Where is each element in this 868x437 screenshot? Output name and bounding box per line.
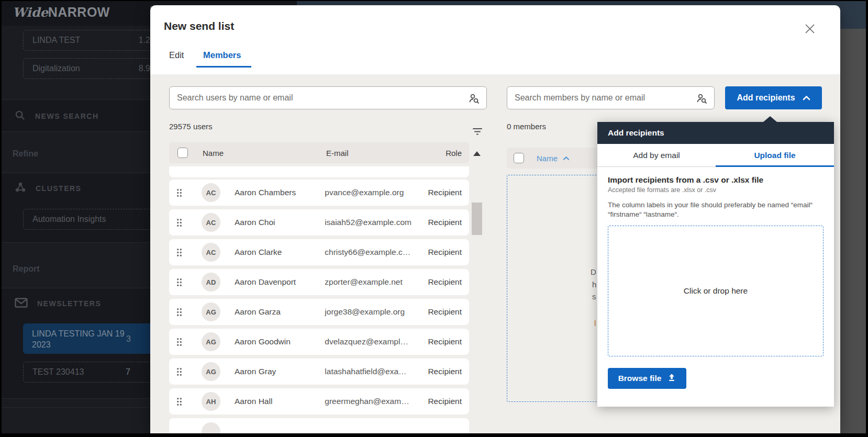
avatar: AC (202, 213, 220, 232)
newsletters-section: NEWSLETTERS LINDA TESTING JAN 19 2023 3 … (2, 288, 150, 399)
app-screen: WideNARROW LINDA TEST 1.2 Digitalization… (2, 1, 866, 433)
import-heading: Import recipients from a .csv or .xlsx f… (608, 175, 824, 185)
table-row[interactable]: AG Aaron Goodwin dvelazquez@exampl… Reci… (169, 329, 469, 355)
clusters-header[interactable]: CLUSTERS (15, 182, 163, 195)
avatar-initials: AC (206, 189, 216, 197)
user-role: Recipient (428, 337, 469, 346)
sidebar-item-digitalization[interactable]: Digitalization 8.9 (23, 58, 157, 79)
avatar: AG (202, 302, 220, 321)
browse-file-button[interactable]: Browse file (608, 368, 686, 389)
drag-handle-icon[interactable] (176, 248, 187, 257)
sidebar-item-test-230413[interactable]: TEST 230413 7 (23, 362, 157, 383)
avatar: AC (202, 243, 220, 262)
popover-caret (763, 116, 777, 122)
add-recipients-label: Add recipients (737, 93, 795, 103)
drag-handle-icon[interactable] (176, 338, 187, 346)
scroll-up-arrow-icon[interactable] (473, 151, 481, 156)
members-name-label: Name (537, 154, 558, 163)
sidebar-item-value: 8.9 (139, 59, 150, 79)
search-users-input[interactable] (177, 87, 462, 109)
filter-icon[interactable] (472, 127, 483, 138)
add-recipients-button[interactable]: Add recipients (725, 86, 822, 109)
users-table-scrollbar[interactable] (472, 142, 482, 433)
user-email: isaiah52@example.com (325, 218, 428, 227)
users-table: AC Aaron Chambers pvance@example.org Rec… (169, 180, 469, 418)
tab-upload-file[interactable]: Upload file (716, 144, 834, 166)
newsletters-header[interactable]: NEWSLETTERS (15, 298, 163, 309)
drag-handle-icon[interactable] (176, 278, 187, 287)
active-tab-underline (196, 66, 251, 68)
drag-handle-icon[interactable] (176, 218, 187, 227)
members-column-header-name[interactable]: Name (537, 154, 570, 163)
sidebar-item-linda-testing-jan-19-2023[interactable]: LINDA TESTING JAN 19 2023 3 (23, 323, 157, 354)
user-role: Recipient (428, 397, 469, 406)
popover-body: Import recipients from a .csv or .xlsx f… (597, 167, 834, 389)
clusters-section: CLUSTERS Automation Insights (2, 173, 150, 243)
user-name: Aaron Goodwin (235, 337, 325, 346)
column-header-role: Role (430, 149, 469, 158)
select-all-users-checkbox[interactable] (177, 148, 188, 158)
sidebar-item-automation-insights[interactable]: Automation Insights (23, 209, 157, 230)
user-role: Recipient (428, 367, 469, 376)
partially-scrolled-row (169, 166, 469, 177)
news-search-section[interactable]: NEWS SEARCH (2, 99, 150, 132)
user-email: greermeghan@exam… (325, 397, 428, 406)
browse-file-label: Browse file (618, 374, 662, 383)
table-row[interactable]: AC Aaron Chambers pvance@example.org Rec… (169, 180, 469, 206)
sidebar-item-label: Automation Insights (32, 215, 106, 223)
drag-handle-icon[interactable] (176, 367, 187, 376)
drag-handle-icon[interactable] (176, 188, 187, 197)
chevron-up-icon (803, 93, 810, 103)
user-email: jorge38@example.org (325, 307, 428, 317)
user-email: dvelazquez@exampl… (325, 337, 428, 346)
select-all-members-checkbox[interactable] (514, 153, 524, 163)
column-header-email: E-mail (326, 149, 430, 158)
file-dropzone[interactable]: Click or drop here (608, 226, 824, 356)
tab-add-by-email[interactable]: Add by email (597, 144, 716, 166)
table-row[interactable]: AC Aaron Choi isaiah52@example.com Recip… (169, 209, 469, 236)
search-members-input[interactable] (515, 87, 690, 109)
newsletter-item-count: 3 (126, 333, 131, 344)
table-row[interactable]: AD Aaron Davenport zporter@example.net R… (169, 269, 469, 295)
table-row[interactable]: AG Aaron Garza jorge38@example.org Recip… (169, 299, 469, 325)
member-search-icon (695, 92, 708, 107)
dimmed-background (840, 29, 866, 433)
column-header-name: Name (203, 149, 326, 158)
table-row[interactable]: AG Aaron Gray latashahatfield@exa… Recip… (169, 358, 469, 385)
tab-members[interactable]: Members (203, 50, 241, 60)
partially-visible-row[interactable] (169, 418, 469, 433)
avatar-initials: AG (206, 368, 216, 376)
search-icon (15, 110, 26, 122)
upload-icon (667, 373, 676, 384)
avatar: AC (202, 183, 220, 202)
close-icon[interactable] (804, 23, 817, 36)
tab-edit[interactable]: Edit (169, 50, 184, 60)
user-name: Aaron Garza (235, 307, 325, 317)
user-name: Aaron Hall (235, 397, 325, 406)
avatar: AH (202, 392, 220, 411)
avatar (202, 422, 220, 433)
sidebar-item-label: Digitalization (32, 64, 80, 73)
avatar-initials: AG (206, 308, 216, 316)
avatar: AG (202, 332, 220, 351)
avatar-initials: AH (206, 398, 216, 406)
drag-handle-icon[interactable] (176, 308, 187, 317)
obscured-text-fragment: D (591, 267, 596, 276)
user-role: Recipient (428, 218, 469, 227)
newsletter-item-label: LINDA TESTING JAN 19 2023 (32, 329, 125, 349)
app-logo[interactable]: WideNARROW (13, 5, 110, 20)
avatar-initials: AG (206, 338, 216, 346)
newsletter-item-count: 7 (126, 362, 130, 382)
accepted-formats-caption: Accepted file formats are .xlsx or .csv (608, 186, 824, 194)
drag-handle-icon[interactable] (176, 397, 187, 406)
logo-narrow: NARROW (48, 5, 110, 19)
sidebar-item-linda-test[interactable]: LINDA TEST 1.2 (23, 30, 157, 51)
scrollbar-thumb[interactable] (472, 203, 482, 235)
user-role: Recipient (428, 277, 469, 287)
users-table-header: Name E-mail Role (169, 142, 469, 163)
table-row[interactable]: AC Aaron Clarke christy66@example.c… Rec… (169, 239, 469, 265)
modal-title: New send list (164, 20, 234, 32)
table-row[interactable]: AH Aaron Hall greermeghan@exam… Recipien… (169, 388, 469, 414)
column-labels-instructions: The column labels in your file should pr… (608, 200, 813, 219)
clusters-icon (15, 182, 26, 195)
